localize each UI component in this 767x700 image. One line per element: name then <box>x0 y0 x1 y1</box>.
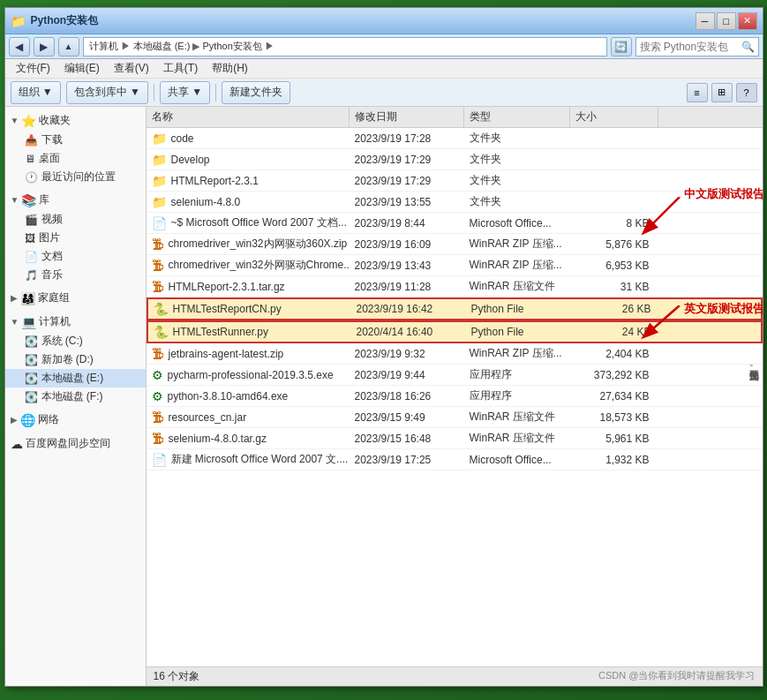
col-header-date[interactable]: 修改日期 <box>350 107 464 127</box>
network-header[interactable]: ▶ 🌐 网络 <box>5 410 146 430</box>
file-date-cell: 2023/9/19 17:29 <box>350 151 464 169</box>
file-date-cell: 2023/9/19 9:44 <box>350 366 464 384</box>
share-button[interactable]: 共享 ▼ <box>160 81 210 104</box>
file-name-cell: 📁 HTMLReport-2.3.1 <box>147 171 350 191</box>
address-path[interactable]: 计算机 ▶ 本地磁盘 (E:) ▶ Python安装包 ▶ <box>83 37 607 56</box>
zip-file-icon: 🗜 <box>152 432 164 446</box>
include-button[interactable]: 包含到库中 ▼ <box>66 81 148 104</box>
menu-tools[interactable]: 工具(T) <box>156 59 205 78</box>
computer-header[interactable]: ▼ 💻 计算机 <box>5 312 146 332</box>
python-file-icon: 🐍 <box>154 302 169 316</box>
search-icon: 🔍 <box>741 41 755 53</box>
table-row[interactable]: 🐍 HTMLTestRunner.py 2020/4/14 16:40 Pyth… <box>147 320 763 343</box>
col-header-type[interactable]: 类型 <box>464 107 570 127</box>
sidebar-item-local-e[interactable]: 💽 本地磁盘 (E:) <box>5 369 146 388</box>
breadcrumb: 计算机 ▶ 本地磁盘 (E:) ▶ Python安装包 ▶ <box>89 40 274 53</box>
sidebar-item-music[interactable]: 🎵 音乐 <box>5 266 146 284</box>
col-header-size[interactable]: 大小 <box>570 107 658 127</box>
file-size-cell: 8 KB <box>570 215 658 232</box>
close-button[interactable]: ✕ <box>738 12 757 30</box>
sidebar-item-video[interactable]: 🎬 视频 <box>5 210 146 229</box>
file-date-cell: 2023/9/19 16:09 <box>350 236 464 253</box>
zip-file-icon: 🗜 <box>152 347 164 361</box>
file-type-cell: WinRAR 压缩文件 <box>464 428 570 448</box>
file-name: HTMLTestRunner.py <box>173 326 269 338</box>
file-type-cell: 文件夹 <box>464 128 570 148</box>
organize-button[interactable]: 组织 ▼ <box>11 81 61 104</box>
sidebar-item-recent[interactable]: 🕐 最近访问的位置 <box>5 168 146 186</box>
sidebar-item-picture[interactable]: 🖼 图片 <box>5 229 146 247</box>
table-row[interactable]: 🗜 selenium-4.8.0.tar.gz 2023/9/15 16:48 … <box>147 428 763 449</box>
picture-icon: 🖼 <box>25 232 35 245</box>
favorites-header[interactable]: ▼ ⭐ 收藏夹 <box>5 110 146 131</box>
file-name: HTMLReport-2.3.1.tar.gz <box>169 281 285 293</box>
file-name-cell: ⚙ pycharm-professional-2019.3.5.exe <box>147 365 350 385</box>
exe-file-icon: ⚙ <box>152 368 163 382</box>
sidebar-item-system-c[interactable]: 💽 系统 (C:) <box>5 332 146 350</box>
favorites-section: ▼ ⭐ 收藏夹 📥 下载 🖥 桌面 🕐 最近访问的位置 <box>5 110 146 186</box>
file-size-cell: 26 KB <box>572 300 660 318</box>
toolbar-separator-1 <box>154 84 154 102</box>
window-title: Python安装包 <box>31 13 99 28</box>
back-button[interactable]: ◀ <box>9 37 30 56</box>
sidebar-item-desktop[interactable]: 🖥 桌面 <box>5 149 146 168</box>
homegroup-header[interactable]: ▶ 👨‍👩‍👧 家庭组 <box>5 288 146 308</box>
library-section: ▼ 📚 库 🎬 视频 🖼 图片 📄 文档 <box>5 190 146 284</box>
table-row[interactable]: 🗜 resources_cn.jar 2023/9/15 9:49 WinRAR… <box>147 407 763 428</box>
help-button[interactable]: ? <box>736 83 757 102</box>
exe-file-icon: ⚙ <box>152 389 163 403</box>
right-panel: 名称 修改日期 类型 大小 📁 code 2023/9/19 17:28 文件夹… <box>147 107 763 686</box>
minimize-button[interactable]: ─ <box>696 12 715 30</box>
menu-file[interactable]: 文件(F) <box>9 59 57 78</box>
menu-view[interactable]: 查看(V) <box>107 59 156 78</box>
baidu-header[interactable]: ☁ 百度网盘同步空间 <box>5 433 146 454</box>
table-row[interactable]: 📄 ~$ Microsoft Office Word 2007 文档... 20… <box>147 213 763 234</box>
table-row[interactable]: 🗜 jetbrains-agent-latest.zip 2023/9/19 9… <box>147 343 763 365</box>
table-row[interactable]: 📄 新建 Microsoft Office Word 2007 文.... 20… <box>147 449 763 470</box>
menu-bar: 文件(F) 编辑(E) 查看(V) 工具(T) 帮助(H) <box>5 59 763 79</box>
forward-button[interactable]: ▶ <box>34 37 55 56</box>
sidebar-item-document[interactable]: 📄 文档 <box>5 247 146 266</box>
file-type-cell: 应用程序 <box>464 365 570 385</box>
up-button[interactable]: ▲ <box>58 37 79 56</box>
computer-icon: 💻 <box>21 315 36 329</box>
table-row[interactable]: 🗜 chromedriver_win32内网驱动360X.zip 2023/9/… <box>147 234 763 255</box>
file-date-cell: 2023/9/19 13:43 <box>350 257 464 275</box>
file-size-cell: 27,634 KB <box>570 388 658 405</box>
search-box[interactable]: 🔍 <box>635 37 759 56</box>
table-row[interactable]: 📁 Develop 2023/9/19 17:29 文件夹 <box>147 149 763 170</box>
file-date-cell: 2023/9/19 8:44 <box>350 215 464 232</box>
file-type-cell: WinRAR ZIP 压缩... <box>464 234 570 254</box>
sidebar-item-new-d[interactable]: 💽 新加卷 (D:) <box>5 350 146 369</box>
view-details-button[interactable]: ≡ <box>687 83 708 102</box>
table-row[interactable]: 🗜 HTMLReport-2.3.1.tar.gz 2023/9/19 11:2… <box>147 276 763 297</box>
file-name: 新建 Microsoft Office Word 2007 文.... <box>171 452 349 467</box>
file-type-cell: 文件夹 <box>464 170 570 191</box>
file-name: code <box>171 132 194 145</box>
table-row[interactable]: 🗜 chromedriver_win32外网驱动Chrome... 2023/9… <box>147 255 763 276</box>
sidebar-item-download[interactable]: 📥 下载 <box>5 131 146 149</box>
watermark: CSDN @当你看到我时请提醒我学习 <box>598 669 755 682</box>
file-name: selenium-4.8.0 <box>171 196 241 208</box>
search-input[interactable] <box>640 41 738 53</box>
sidebar-item-local-f[interactable]: 💽 本地磁盘 (F:) <box>5 388 146 406</box>
menu-help[interactable]: 帮助(H) <box>205 59 255 78</box>
library-header[interactable]: ▼ 📚 库 <box>5 190 146 210</box>
file-name-cell: 📁 selenium-4.8.0 <box>147 192 350 212</box>
table-row[interactable]: 🐍 HTMLTestReportCN.py 2023/9/19 16:42 Py… <box>147 297 763 320</box>
file-date-cell: 2023/9/15 16:48 <box>350 430 464 448</box>
restore-button[interactable]: □ <box>717 12 736 30</box>
table-row[interactable]: 📁 selenium-4.8.0 2023/9/19 13:55 文件夹 <box>147 192 763 213</box>
new-folder-button[interactable]: 新建文件夹 <box>222 81 290 104</box>
table-row[interactable]: 📁 code 2023/9/19 17:28 文件夹 <box>147 128 763 149</box>
file-type-cell: Microsoft Office... <box>464 215 570 232</box>
view-icons-button[interactable]: ⊞ <box>711 83 733 102</box>
col-header-name[interactable]: 名称 <box>147 107 350 127</box>
table-row[interactable]: ⚙ python-3.8.10-amd64.exe 2023/9/18 16:2… <box>147 386 763 407</box>
menu-edit[interactable]: 编辑(E) <box>57 59 107 78</box>
table-row[interactable]: ⚙ pycharm-professional-2019.3.5.exe 2023… <box>147 365 763 386</box>
refresh-button[interactable]: 🔄 <box>611 37 632 56</box>
computer-arrow: ▼ <box>11 317 19 327</box>
table-row[interactable]: 📁 HTMLReport-2.3.1 2023/9/19 17:29 文件夹 <box>147 170 763 192</box>
disk-f-icon: 💽 <box>25 391 38 403</box>
